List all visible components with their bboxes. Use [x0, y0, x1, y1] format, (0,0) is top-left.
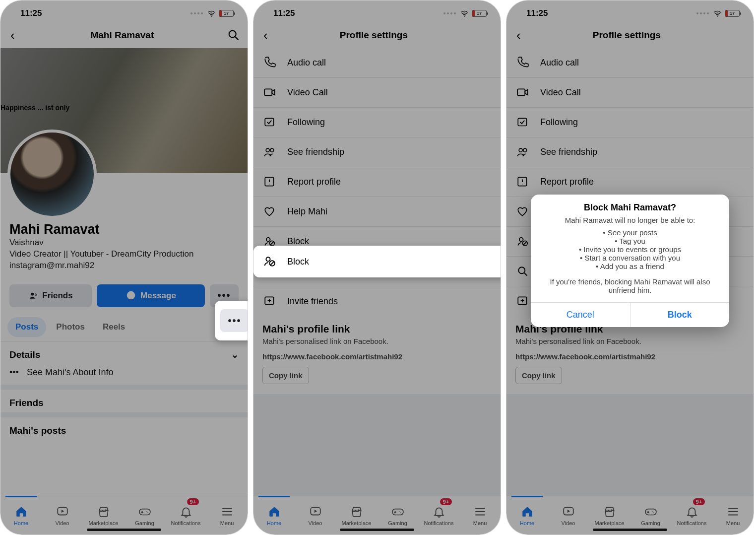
message-button[interactable]: Message	[97, 284, 205, 307]
row-see-friendship[interactable]: See friendship	[506, 137, 754, 167]
dialog-title: Block Mahi Ramavat?	[531, 195, 729, 216]
row-label: Report profile	[287, 177, 341, 187]
screen-profile: 11:25 17 ‹ Mahi Ramavat Happiness ... is…	[0, 0, 248, 535]
report-icon	[262, 175, 277, 190]
home-indicator	[340, 529, 414, 531]
phone-icon	[262, 56, 277, 70]
copy-link-button[interactable]: Copy link	[262, 367, 309, 384]
row-report-profile[interactable]: Report profile	[506, 167, 754, 197]
profile-link-title: Mahi's profile link	[262, 323, 492, 335]
friend-icon	[28, 291, 38, 301]
profile-line-1: Vaishnav	[9, 237, 239, 249]
about-info-label: See Mahi's About Info	[27, 367, 114, 378]
home-indicator	[593, 529, 667, 531]
screen-block-dialog: 11:25 17 ‹ Profile settings Audio call V…	[506, 0, 754, 535]
dialog-block-button[interactable]: Block	[630, 303, 730, 327]
status-time: 11:25	[526, 8, 548, 18]
dialog-li: Invite you to events or groups	[543, 245, 717, 254]
profile-link-url: https://www.facebook.com/artistmahi92	[515, 352, 745, 361]
people-icon	[515, 145, 530, 160]
following-icon	[262, 115, 277, 130]
home-icon	[15, 505, 28, 518]
profile-avatar[interactable]	[7, 130, 97, 219]
tab-photos[interactable]: Photos	[48, 317, 93, 337]
gaming-icon	[644, 505, 657, 518]
row-label: Video Call	[287, 87, 328, 98]
nav-notifications[interactable]: Notifications9+	[165, 496, 206, 535]
back-icon[interactable]: ‹	[513, 26, 524, 45]
row-invite-friends[interactable]: Invite friends	[253, 286, 501, 316]
messenger-icon	[126, 290, 136, 301]
row-video-call[interactable]: Video Call	[506, 78, 754, 108]
tab-posts[interactable]: Posts	[7, 317, 46, 337]
row-label: Audio call	[287, 58, 326, 68]
more-button-highlighted[interactable]: •••	[220, 309, 248, 332]
nav-home[interactable]: Home	[253, 496, 295, 535]
profile-link-sub: Mahi's personalised link on Facebook.	[262, 337, 492, 345]
screen-profile-settings: 11:25 17 ‹ Profile settings Audio call V…	[253, 0, 501, 535]
message-button-label: Message	[140, 291, 176, 301]
dialog-li: Tag you	[543, 237, 717, 245]
gaming-icon	[138, 505, 151, 518]
row-label: Block	[287, 236, 309, 247]
bell-icon	[180, 505, 192, 518]
row-audio-call[interactable]: Audio call	[253, 48, 501, 78]
block-confirm-dialog: Block Mahi Ramavat? Mahi Ramavat will no…	[531, 195, 729, 327]
report-icon	[515, 175, 530, 190]
nav-notifications[interactable]: Notifications9+	[418, 496, 459, 535]
row-following[interactable]: Following	[506, 108, 754, 137]
details-label: Details	[9, 349, 40, 360]
gaming-icon	[391, 505, 404, 518]
settings-topnav: ‹ Profile settings	[506, 22, 754, 48]
invite-icon	[515, 294, 530, 309]
back-icon[interactable]: ‹	[260, 26, 271, 45]
back-icon[interactable]: ‹	[7, 26, 18, 45]
nav-video[interactable]: Video	[295, 496, 336, 535]
row-following[interactable]: Following	[253, 108, 501, 137]
details-header[interactable]: Details ⌄	[0, 341, 248, 364]
video-icon	[515, 85, 530, 100]
settings-title: Profile settings	[275, 30, 473, 41]
highlight-block-row[interactable]: Block	[253, 246, 501, 277]
nav-notifications[interactable]: Notifications9+	[671, 496, 712, 535]
battery-icon: 17	[725, 10, 740, 17]
notification-badge: 9+	[693, 498, 705, 505]
cover-photo[interactable]: Happiness ... ist only	[0, 48, 248, 173]
settings-topnav: ‹ Profile settings	[253, 22, 501, 48]
dialog-li: See your posts	[543, 228, 717, 237]
row-see-friendship[interactable]: See friendship	[253, 137, 501, 167]
search-icon	[515, 264, 530, 279]
friends-button[interactable]: Friends	[9, 284, 92, 307]
profile-line-3: instagram@mr.mahi92	[9, 260, 239, 271]
nav-menu[interactable]: Menu	[206, 496, 248, 535]
home-indicator	[87, 529, 161, 531]
friends-section-header: Friends	[0, 390, 248, 412]
nav-home[interactable]: Home	[0, 496, 42, 535]
profile-link-url: https://www.facebook.com/artistmahi92	[262, 352, 492, 361]
people-icon	[262, 145, 277, 160]
copy-link-button[interactable]: Copy link	[515, 367, 562, 384]
nav-video[interactable]: Video	[42, 496, 83, 535]
search-icon[interactable]	[227, 28, 241, 42]
wifi-icon	[207, 10, 216, 17]
row-video-call[interactable]: Video Call	[253, 78, 501, 108]
dialog-cancel-button[interactable]: Cancel	[531, 303, 630, 327]
nav-video[interactable]: Video	[548, 496, 589, 535]
dialog-li: Start a conversation with you	[543, 254, 717, 262]
about-info-row[interactable]: ••• See Mahi's About Info	[0, 364, 248, 385]
home-icon	[521, 505, 534, 518]
cell-signal-icon	[443, 12, 456, 14]
nav-menu[interactable]: Menu	[459, 496, 501, 535]
cover-text: Happiness ... ist only	[0, 104, 69, 112]
row-help[interactable]: Help Mahi	[253, 197, 501, 227]
profile-line-2: Video Creator || Youtuber - DreamCity Pr…	[9, 249, 239, 260]
nav-home[interactable]: Home	[506, 496, 548, 535]
battery-icon: 17	[219, 10, 234, 17]
wifi-icon	[460, 10, 469, 17]
bell-icon	[686, 505, 698, 518]
row-audio-call[interactable]: Audio call	[506, 48, 754, 78]
status-bar: 11:25 17	[253, 0, 501, 22]
tab-reels[interactable]: Reels	[95, 317, 133, 337]
row-report-profile[interactable]: Report profile	[253, 167, 501, 197]
nav-menu[interactable]: Menu	[712, 496, 754, 535]
